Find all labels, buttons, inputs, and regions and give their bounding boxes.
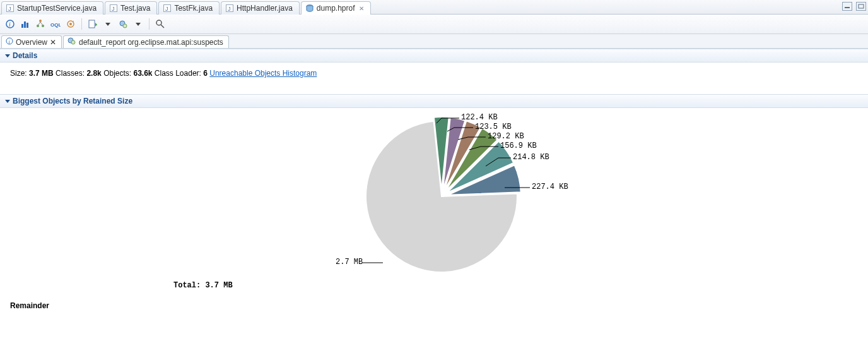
tab-overview[interactable]: i Overview ✕ [1, 35, 62, 48]
java-file-icon: J [109, 4, 118, 13]
remainder-label: Remainder [0, 297, 868, 320]
section-title: Biggest Objects by Retained Size [13, 97, 132, 105]
dropdown-arrow-icon[interactable] [132, 18, 144, 30]
tab-default-report[interactable]: default_report org.eclipse.mat.api:suspe… [63, 35, 229, 48]
editor-tab-dump-hprof[interactable]: dump.hprof ✕ [301, 1, 371, 15]
svg-text:i: i [9, 21, 11, 28]
editor-tab-label: HttpHandler.java [237, 4, 293, 13]
oql-action-icon[interactable]: OQL [49, 18, 62, 30]
editor-tab-bar: J StartupTestService.java J Test.java J … [0, 0, 868, 15]
svg-text:OQL: OQL [50, 22, 61, 28]
dropdown-arrow-icon[interactable] [102, 18, 114, 30]
editor-tab-label: dump.hprof [317, 4, 355, 13]
svg-rect-24 [89, 20, 95, 28]
objects-label: Objects: [103, 69, 131, 78]
svg-rect-15 [26, 23, 28, 28]
svg-point-35 [71, 40, 75, 44]
classes-value: 2.8k [86, 69, 101, 78]
overview-action-icon[interactable]: i [4, 18, 16, 30]
search-action-icon[interactable] [154, 18, 167, 30]
svg-rect-14 [24, 21, 26, 28]
objects-value: 63.6k [133, 69, 152, 78]
classes-label: Classes: [56, 69, 85, 78]
svg-point-20 [42, 25, 44, 27]
details-content: Size: 3.7 MB Classes: 2.8k Objects: 63.6… [0, 63, 868, 94]
info-icon: i [6, 37, 13, 47]
thread-overview-action-icon[interactable] [64, 18, 77, 30]
editor-window-controls [842, 2, 866, 11]
size-label: Size: [10, 69, 27, 78]
svg-point-30 [156, 20, 161, 25]
pie-leader-lines [0, 108, 568, 297]
svg-point-19 [37, 25, 39, 27]
svg-marker-29 [136, 23, 141, 26]
close-icon[interactable]: ✕ [50, 38, 56, 47]
size-value: 3.7 MB [29, 69, 54, 78]
run-report-action-icon[interactable] [86, 18, 99, 30]
query-browser-action-icon[interactable] [117, 18, 129, 30]
svg-text:J: J [228, 6, 231, 12]
section-header-details[interactable]: Details [0, 49, 868, 63]
report-icon [67, 37, 76, 47]
editor-tab-label: Test.java [120, 4, 150, 13]
tab-label: Overview [16, 38, 47, 47]
svg-marker-26 [105, 23, 110, 26]
classloader-label: Class Loader: [155, 69, 201, 78]
toolbar-separator [81, 18, 82, 30]
editor-tab-test[interactable]: J Test.java [105, 1, 157, 15]
expand-collapse-icon [5, 54, 10, 57]
svg-text:J: J [8, 6, 11, 12]
unreachable-histogram-link[interactable]: Unreachable Objects Histogram [209, 69, 317, 78]
histogram-action-icon[interactable] [19, 18, 32, 30]
dominator-tree-action-icon[interactable] [34, 18, 47, 30]
heap-dump-icon [305, 4, 314, 13]
expand-collapse-icon [5, 100, 10, 103]
editor-tab-startuptestservice[interactable]: J StartupTestService.java [1, 1, 103, 15]
svg-marker-25 [95, 23, 97, 27]
toolbar-separator [149, 18, 150, 30]
svg-rect-9 [845, 7, 850, 8]
svg-rect-10 [859, 4, 864, 8]
pie-total-label: Total: 3.7 MB [173, 281, 233, 290]
maximize-button[interactable] [856, 2, 866, 11]
tab-label: default_report org.eclipse.mat.api:suspe… [79, 38, 223, 47]
java-file-icon: J [225, 4, 234, 13]
editor-tab-httphandler[interactable]: J HttpHandler.java [221, 1, 300, 15]
editor-tab-testfk[interactable]: J TestFk.java [158, 1, 220, 15]
mat-toolbar: i OQL [0, 15, 868, 34]
close-icon[interactable]: ✕ [359, 5, 364, 12]
classloader-value: 6 [203, 69, 208, 78]
svg-text:J: J [112, 6, 115, 12]
section-header-biggest-objects[interactable]: Biggest Objects by Retained Size [0, 94, 868, 108]
svg-text:J: J [165, 6, 168, 12]
editor-tab-label: StartupTestService.java [17, 4, 97, 13]
svg-point-23 [69, 23, 72, 25]
svg-point-16 [39, 20, 42, 22]
java-file-icon: J [163, 4, 172, 13]
minimize-button[interactable] [842, 2, 852, 11]
svg-line-31 [161, 25, 164, 28]
editor-tab-label: TestFk.java [174, 4, 213, 13]
section-title: Details [13, 51, 37, 60]
view-tab-bar: i Overview ✕ default_report org.eclipse.… [0, 34, 868, 49]
pie-chart-area: 122.4 KB 123.5 KB 129.2 KB 156.9 KB 214.… [0, 108, 868, 297]
svg-point-28 [123, 24, 127, 28]
java-file-icon: J [6, 4, 15, 13]
svg-rect-13 [21, 24, 23, 28]
svg-text:i: i [9, 39, 10, 45]
